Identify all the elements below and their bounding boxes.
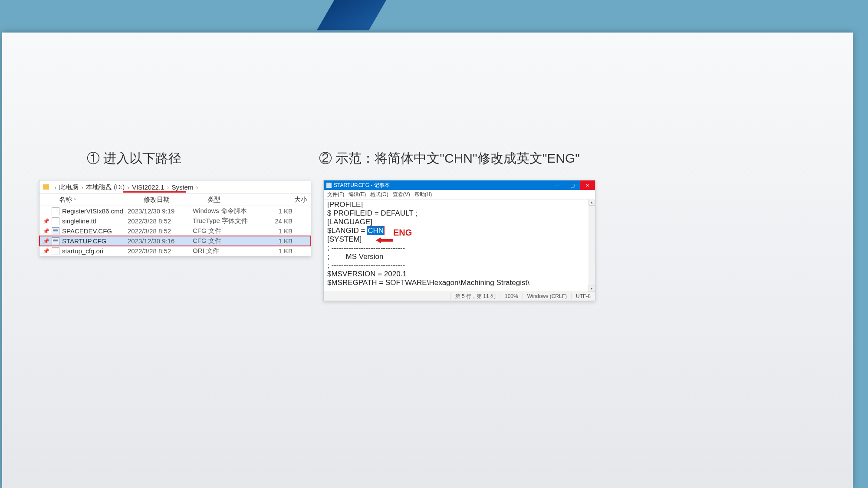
menu-help[interactable]: 帮助(H) <box>414 191 432 198</box>
breadcrumb-sep: › <box>196 183 198 191</box>
file-row[interactable]: 📌SPACEDEV.CFG2022/3/28 8:52CFG 文件1 KB <box>39 226 311 236</box>
file-icon <box>52 237 59 245</box>
annotation-eng: ENG <box>393 228 412 238</box>
breadcrumb-sep: › <box>54 183 56 191</box>
address-bar[interactable]: › 此电脑 › 本地磁盘 (D:) › VISI2022.1 › System … <box>39 180 311 194</box>
text-line: $MSVERSION = 2020.1 <box>327 270 592 278</box>
file-type: Windows 命令脚本 <box>193 207 262 215</box>
vertical-scrollbar[interactable]: ▴ ▾ <box>589 199 595 292</box>
file-row[interactable]: 📌singleline.ttf2022/3/28 8:52TrueType 字体… <box>39 216 311 226</box>
file-date: 2022/3/28 8:52 <box>128 217 193 225</box>
status-bar: 第 5 行，第 11 列 100% Windows (CRLF) UTF-8 <box>324 291 595 301</box>
pin-icon: 📌 <box>43 228 52 234</box>
text-content[interactable]: [PROFILE] $ PROFILEID = DEFAULT ; [LANGU… <box>324 200 595 291</box>
file-icon <box>52 247 59 255</box>
file-explorer: › 此电脑 › 本地磁盘 (D:) › VISI2022.1 › System … <box>39 180 311 256</box>
file-type: CFG 文件 <box>193 227 262 235</box>
file-icon <box>52 227 59 235</box>
column-headers: 名称^ 修改日期 类型 大小 <box>39 194 311 206</box>
text-line: [SYSTEM] <box>327 235 592 244</box>
status-zoom: 100% <box>500 293 523 299</box>
file-size: 1 KB <box>262 247 297 255</box>
file-name: singleline.ttf <box>62 217 96 225</box>
text-line: ; ------------------------------ <box>327 261 592 270</box>
menu-file[interactable]: 文件(F) <box>327 191 344 198</box>
col-header-type[interactable]: 类型 <box>207 196 277 204</box>
arrow-icon <box>376 236 393 244</box>
status-encoding: UTF-8 <box>571 293 595 299</box>
slide: ① 进入以下路径 ② 示范：将简体中文"CHN"修改成英文"ENG" › 此电脑… <box>2 33 853 488</box>
file-row[interactable]: RegisterVISIx86.cmd2023/12/30 9:19Window… <box>39 206 311 216</box>
col-header-date[interactable]: 修改日期 <box>144 196 207 204</box>
col-header-name[interactable]: 名称^ <box>59 196 144 204</box>
breadcrumb-item[interactable]: 本地磁盘 (D:) <box>86 183 125 191</box>
breadcrumb-item[interactable]: System <box>171 183 193 191</box>
col-header-size[interactable]: 大小 <box>277 196 307 204</box>
file-date: 2023/12/30 9:19 <box>128 207 193 215</box>
pin-icon: 📌 <box>43 238 52 244</box>
menu-view[interactable]: 查看(V) <box>393 191 410 198</box>
svg-marker-0 <box>376 237 393 243</box>
text-line: $ PROFILEID = DEFAULT ; <box>327 209 592 218</box>
file-date: 2022/3/28 8:52 <box>128 247 193 255</box>
file-name: RegisterVISIx86.cmd <box>62 207 123 215</box>
file-icon <box>52 207 59 215</box>
text-line-langid: $LANGID = CHN <box>327 226 592 235</box>
annotation-underline <box>123 191 186 193</box>
heading-step-2: ② 示范：将简体中文"CHN"修改成英文"ENG" <box>319 150 580 167</box>
menu-format[interactable]: 格式(O) <box>370 191 388 198</box>
status-eol: Windows (CRLF) <box>523 293 571 299</box>
scroll-up-icon[interactable]: ▴ <box>589 199 595 206</box>
file-size: 1 KB <box>262 237 297 245</box>
status-position: 第 5 行，第 11 列 <box>450 293 500 300</box>
notepad-icon <box>326 183 332 188</box>
file-size: 1 KB <box>262 227 297 235</box>
window-title: STARTUP.CFG - 记事本 <box>334 182 390 189</box>
file-icon <box>52 217 59 225</box>
breadcrumb-item[interactable]: VISI2022.1 <box>132 183 164 191</box>
breadcrumb-sep: › <box>81 183 83 191</box>
file-size: 1 KB <box>262 207 297 215</box>
minimize-button[interactable]: — <box>549 180 565 190</box>
file-row[interactable]: 📌startup_cfg.ori2022/3/28 8:52ORI 文件1 KB <box>39 246 311 256</box>
menu-edit[interactable]: 编辑(E) <box>349 191 366 198</box>
file-date: 2022/3/28 8:52 <box>128 227 193 235</box>
file-row[interactable]: 📌STARTUP.CFG2023/12/30 9:16CFG 文件1 KB <box>39 236 311 246</box>
file-name: SPACEDEV.CFG <box>62 227 112 235</box>
notepad-window: STARTUP.CFG - 记事本 — ▢ ✕ 文件(F) 编辑(E) 格式(O… <box>323 180 595 301</box>
scroll-down-icon[interactable]: ▾ <box>589 285 595 292</box>
text-line: $MSREGPATH = SOFTWARE\Hexagon\Machining … <box>327 278 592 287</box>
breadcrumb-sep: › <box>167 183 169 191</box>
file-type: TrueType 字体文件 <box>193 217 262 225</box>
menubar: 文件(F) 编辑(E) 格式(O) 查看(V) 帮助(H) <box>324 190 595 200</box>
file-type: CFG 文件 <box>193 237 262 245</box>
text-line: [LANGUAGE] <box>327 218 592 226</box>
breadcrumb-item[interactable]: 此电脑 <box>59 183 79 191</box>
folder-icon <box>43 184 49 190</box>
text-line: ; ------------------------------ <box>327 244 592 252</box>
titlebar[interactable]: STARTUP.CFG - 记事本 — ▢ ✕ <box>324 180 595 190</box>
maximize-button[interactable]: ▢ <box>565 180 580 190</box>
file-size: 24 KB <box>262 217 297 225</box>
text-line: [PROFILE] <box>327 200 592 209</box>
selected-text: CHN <box>367 226 384 235</box>
file-type: ORI 文件 <box>193 247 262 255</box>
background-decoration <box>317 0 386 30</box>
file-name: STARTUP.CFG <box>62 237 107 245</box>
file-name: startup_cfg.ori <box>62 247 103 255</box>
close-button[interactable]: ✕ <box>580 180 595 190</box>
file-date: 2023/12/30 9:16 <box>128 237 193 245</box>
breadcrumb-sep: › <box>127 183 129 191</box>
pin-icon: 📌 <box>43 248 52 254</box>
text-line: ; MS Version <box>327 252 592 261</box>
heading-step-1: ① 进入以下路径 <box>87 150 181 167</box>
pin-icon: 📌 <box>43 218 52 224</box>
